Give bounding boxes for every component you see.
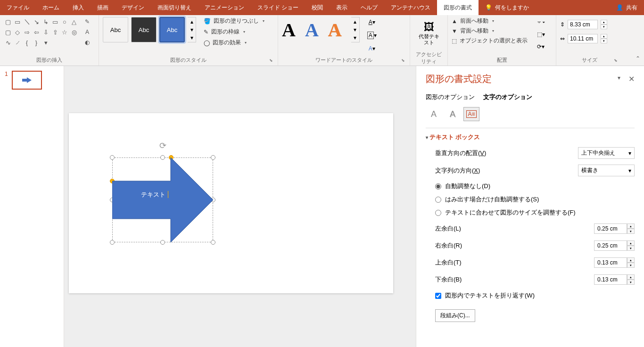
margin-left-spinner[interactable]: ▴▾: [627, 223, 635, 234]
tell-me[interactable]: 💡 何をしますか: [479, 0, 536, 15]
shape-width-input[interactable]: [568, 34, 598, 43]
line-icon[interactable]: ＼: [23, 17, 31, 26]
height-spinner[interactable]: ▴▾: [601, 20, 607, 29]
tab-transitions[interactable]: 画面切り替え: [151, 0, 198, 15]
close-icon[interactable]: ✕: [628, 74, 635, 83]
margin-top-input[interactable]: [594, 257, 627, 268]
margin-bottom-spinner[interactable]: ▴▾: [627, 274, 635, 285]
brace-close-icon[interactable]: }: [32, 38, 41, 47]
bring-forward-button[interactable]: ▲前面へ移動▾: [452, 17, 528, 25]
bucket-icon: 🪣: [204, 18, 211, 25]
tab-view[interactable]: 表示: [330, 0, 354, 15]
tab-antenna[interactable]: アンテナハウス: [384, 0, 437, 15]
merge-shapes-icon[interactable]: ◐: [83, 38, 91, 47]
callout-icon[interactable]: ◎: [70, 27, 78, 37]
pane-tab-text-options[interactable]: 文字のオプション: [483, 93, 532, 101]
tab-help[interactable]: ヘルプ: [354, 0, 384, 15]
group-button[interactable]: ⬚▾: [534, 29, 547, 40]
text-outline-button[interactable]: A▾: [365, 30, 379, 41]
wordart-gallery[interactable]: A A A ▴▾▾: [282, 17, 360, 42]
send-backward-button[interactable]: ▼背面へ移動▾: [452, 27, 528, 35]
rect-icon[interactable]: ▭: [51, 17, 59, 26]
pane-options-icon[interactable]: ▾: [618, 74, 620, 81]
textbox-icon[interactable]: ▢: [4, 17, 12, 26]
rotation-handle-icon[interactable]: ⟳: [159, 140, 166, 151]
tab-animations[interactable]: アニメーション: [198, 0, 251, 15]
collapse-ribbon-icon[interactable]: ⌃: [636, 55, 640, 62]
margin-right-spinner[interactable]: ▴▾: [627, 240, 635, 251]
triangle-icon[interactable]: △: [70, 17, 78, 26]
text-direction-dropdown[interactable]: 横書き▾: [578, 165, 635, 176]
arrow-right-icon[interactable]: ⇨: [23, 27, 31, 37]
text-fill-tab-icon[interactable]: A: [426, 107, 442, 121]
text-effects-tab-icon[interactable]: A: [445, 107, 461, 121]
dialog-launcher-icon[interactable]: ⬊: [268, 58, 274, 64]
margin-top-spinner[interactable]: ▴▾: [627, 257, 635, 268]
arrow-left-icon[interactable]: ⇦: [32, 27, 41, 37]
wordart-gallery-more[interactable]: ▴▾▾: [351, 17, 360, 42]
selection-pane-button[interactable]: ⬚オブジェクトの選択と表示: [452, 37, 528, 45]
pane-tab-shape-options[interactable]: 図形のオプション: [426, 93, 475, 101]
shape-height-input[interactable]: [568, 20, 598, 29]
wordart-style-2[interactable]: A: [305, 19, 319, 41]
tab-insert[interactable]: 挿入: [66, 0, 91, 15]
slide-canvas[interactable]: ⟳ テキスト: [64, 66, 416, 347]
selected-shape[interactable]: ⟳ テキスト: [112, 157, 213, 242]
shape-style-gallery[interactable]: Abc Abc Abc ▴▾▾: [103, 17, 196, 42]
arrow-down-icon[interactable]: ⇩: [41, 27, 50, 37]
autofit-shrink-radio[interactable]: [435, 197, 441, 203]
tab-file[interactable]: ファイル: [0, 0, 36, 15]
textbox2-icon[interactable]: ▭: [13, 17, 22, 26]
text-effects-button[interactable]: A▾: [365, 43, 379, 54]
text-fill-button[interactable]: A▾: [365, 17, 379, 27]
dialog-launcher-icon[interactable]: ⬊: [613, 58, 619, 64]
more-shapes-icon[interactable]: ▾: [41, 38, 50, 47]
tab-home[interactable]: ホーム: [36, 0, 66, 15]
tab-draw[interactable]: 描画: [91, 0, 115, 15]
autofit-none-radio[interactable]: [435, 183, 441, 190]
align-button[interactable]: ⫟▾: [534, 17, 547, 27]
edit-shape-icon[interactable]: ✎: [83, 17, 91, 26]
tab-shape-format[interactable]: 図形の書式: [437, 0, 479, 15]
style-preset-1[interactable]: Abc: [103, 17, 128, 42]
shape-outline-button[interactable]: ✎ 図形の枠線 ▾: [204, 28, 264, 36]
oval-icon[interactable]: ○: [60, 17, 69, 26]
tab-slideshow[interactable]: スライド ショー: [251, 0, 305, 15]
style-preset-3[interactable]: Abc: [159, 17, 185, 42]
style-preset-2[interactable]: Abc: [131, 17, 157, 42]
wrap-text-checkbox[interactable]: [435, 293, 441, 299]
shape-text[interactable]: テキスト: [126, 190, 183, 199]
arrow-up-icon[interactable]: ⇧: [51, 27, 59, 37]
style-gallery-more[interactable]: ▴▾▾: [188, 17, 196, 42]
width-spinner[interactable]: ▴▾: [601, 34, 607, 43]
connector-icon[interactable]: ↳: [41, 17, 50, 26]
shape-fill-button[interactable]: 🪣 図形の塗りつぶし ▾: [204, 17, 264, 25]
diamond-icon[interactable]: ◇: [13, 27, 22, 37]
shape-effects-button[interactable]: ◯ 図形の効果 ▾: [204, 39, 264, 47]
columns-button[interactable]: 段組み(C)...: [435, 309, 475, 322]
tab-design[interactable]: デザイン: [115, 0, 151, 15]
curve-icon[interactable]: ∿: [4, 38, 12, 47]
shape-gallery[interactable]: ▢ ▭ ＼ ↘ ↳ ▭ ○ △ ▢ ◇ ⇨ ⇦ ⇩ ⇧ ☆ ◎ ∿ ⟋ { }: [4, 17, 78, 47]
star-icon[interactable]: ☆: [60, 27, 69, 37]
roundrect-icon[interactable]: ▢: [4, 27, 12, 37]
textbox-tab-icon[interactable]: A≡: [463, 107, 479, 121]
margin-right-input[interactable]: [594, 240, 627, 251]
text-box-icon[interactable]: A: [83, 27, 91, 37]
autofit-resize-radio[interactable]: [435, 210, 441, 216]
alt-text-button[interactable]: 🖼 代替テキスト: [417, 17, 441, 50]
brace-open-icon[interactable]: {: [23, 38, 31, 47]
arrow-line-icon[interactable]: ↘: [32, 17, 41, 26]
wordart-style-3[interactable]: A: [328, 19, 342, 41]
rotate-button[interactable]: ⟳▾: [534, 41, 547, 52]
slide-thumbnail-1[interactable]: [12, 71, 42, 90]
freeform-icon[interactable]: ⟋: [13, 38, 22, 47]
section-textbox[interactable]: テキスト ボックス: [426, 133, 635, 141]
dialog-launcher-icon[interactable]: ⬊: [400, 58, 406, 64]
tab-review[interactable]: 校閲: [305, 0, 330, 15]
wordart-style-1[interactable]: A: [282, 19, 296, 41]
vert-align-dropdown[interactable]: 上下中央揃え▾: [578, 147, 635, 159]
margin-bottom-input[interactable]: [594, 274, 627, 285]
share-button[interactable]: 👤 共有: [610, 0, 644, 15]
margin-left-input[interactable]: [594, 223, 627, 234]
